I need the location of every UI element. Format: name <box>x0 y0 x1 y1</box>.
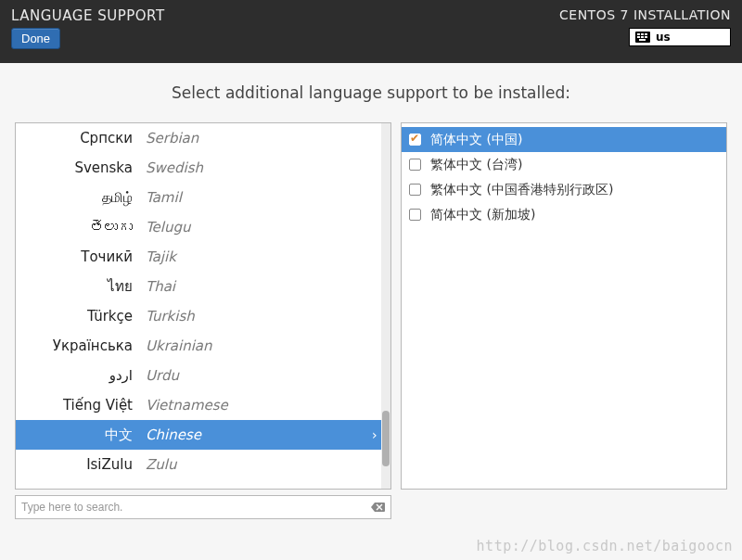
language-row[interactable]: 中文Chinese› <box>16 420 390 450</box>
watermark-text: http://blog.csdn.net/baigoocn <box>477 538 733 554</box>
language-list-panel: СрпскиSerbianSvenskaSwedishதமிழ்Tamilతెల… <box>15 122 391 490</box>
scrollbar-track[interactable] <box>381 123 390 489</box>
instruction-text: Select additional language support to be… <box>0 83 742 102</box>
locale-checkbox[interactable] <box>409 134 421 146</box>
language-native-label: తెలుగు <box>16 219 146 235</box>
language-row[interactable]: TürkçeTurkish <box>16 301 390 331</box>
language-native-label: தமிழ் <box>16 189 146 206</box>
language-list[interactable]: СрпскиSerbianSvenskaSwedishதமிழ்Tamilతెల… <box>16 123 390 489</box>
language-english-label: Chinese <box>146 426 372 443</box>
language-english-label: Tamil <box>146 189 372 206</box>
install-title: CENTOS 7 INSTALLATION <box>559 7 731 22</box>
language-native-label: Українська <box>16 337 146 354</box>
locale-list-panel: 简体中文 (中国)繁体中文 (台湾)繁体中文 (中国香港特别行政区)简体中文 (… <box>401 122 727 490</box>
header-bar: LANGUAGE SUPPORT Done CENTOS 7 INSTALLAT… <box>0 0 742 63</box>
page-title: LANGUAGE SUPPORT <box>11 7 165 24</box>
locale-row[interactable]: 繁体中文 (中国香港特别行政区) <box>402 177 726 202</box>
language-english-label: Serbian <box>146 130 372 146</box>
language-english-label: Turkish <box>146 308 372 325</box>
language-english-label: Tajik <box>146 248 372 265</box>
locale-checkbox[interactable] <box>409 209 421 221</box>
search-wrap <box>0 495 742 519</box>
clear-search-icon[interactable] <box>370 501 385 514</box>
language-row[interactable]: ТочикӣTajik <box>16 242 390 272</box>
language-english-label: Urdu <box>146 367 372 384</box>
header-left: LANGUAGE SUPPORT Done <box>11 7 165 59</box>
language-row[interactable]: УкраїнськаUkrainian <box>16 331 390 361</box>
locale-label: 繁体中文 (台湾) <box>430 157 522 173</box>
done-button[interactable]: Done <box>11 28 60 49</box>
language-native-label: Tiếng Việt <box>16 397 146 414</box>
language-native-label: Точикӣ <box>16 248 146 265</box>
language-row[interactable]: SvenskaSwedish <box>16 153 390 183</box>
locale-label: 简体中文 (中国) <box>430 132 522 148</box>
locale-label: 繁体中文 (中国香港特别行政区) <box>430 182 613 198</box>
language-row[interactable]: اردوUrdu <box>16 361 390 390</box>
locale-row[interactable]: 简体中文 (新加坡) <box>402 202 726 227</box>
language-native-label: Türkçe <box>16 308 146 325</box>
locale-row[interactable]: 繁体中文 (台湾) <box>402 152 726 177</box>
language-native-label: Svenska <box>16 159 146 176</box>
scrollbar-thumb[interactable] <box>382 411 390 466</box>
language-english-label: Telugu <box>146 219 372 235</box>
language-row[interactable]: СрпскиSerbian <box>16 123 390 153</box>
language-row[interactable]: தமிழ்Tamil <box>16 183 390 212</box>
header-right: CENTOS 7 INSTALLATION us <box>559 7 731 59</box>
language-row[interactable]: IsiZuluZulu <box>16 450 390 479</box>
selection-panels: СрпскиSerbianSvenskaSwedishதமிழ்Tamilతెల… <box>0 122 742 490</box>
language-english-label: Thai <box>146 278 372 295</box>
keyboard-icon <box>635 32 650 43</box>
search-box[interactable] <box>15 495 391 519</box>
language-row[interactable]: తెలుగుTelugu <box>16 212 390 242</box>
locale-row[interactable]: 简体中文 (中国) <box>402 127 726 152</box>
language-native-label: 中文 <box>16 426 146 444</box>
keyboard-layout-label: us <box>656 31 671 44</box>
locale-list[interactable]: 简体中文 (中国)繁体中文 (台湾)繁体中文 (中国香港特别行政区)简体中文 (… <box>402 123 726 231</box>
content-area: Select additional language support to be… <box>0 63 742 519</box>
language-native-label: اردو <box>16 367 146 384</box>
locale-label: 简体中文 (新加坡) <box>430 207 535 223</box>
language-english-label: Zulu <box>146 456 372 473</box>
locale-checkbox[interactable] <box>409 159 421 171</box>
language-row[interactable]: ไทยThai <box>16 272 390 301</box>
language-native-label: ไทย <box>16 275 146 298</box>
language-english-label: Vietnamese <box>146 397 372 414</box>
keyboard-layout-indicator[interactable]: us <box>629 28 731 46</box>
locale-checkbox[interactable] <box>409 184 421 196</box>
language-native-label: IsiZulu <box>16 456 146 473</box>
language-row[interactable]: Tiếng ViệtVietnamese <box>16 390 390 420</box>
search-input[interactable] <box>21 501 370 514</box>
language-native-label: Српски <box>16 130 146 146</box>
language-english-label: Ukrainian <box>146 337 372 354</box>
language-english-label: Swedish <box>146 159 372 176</box>
